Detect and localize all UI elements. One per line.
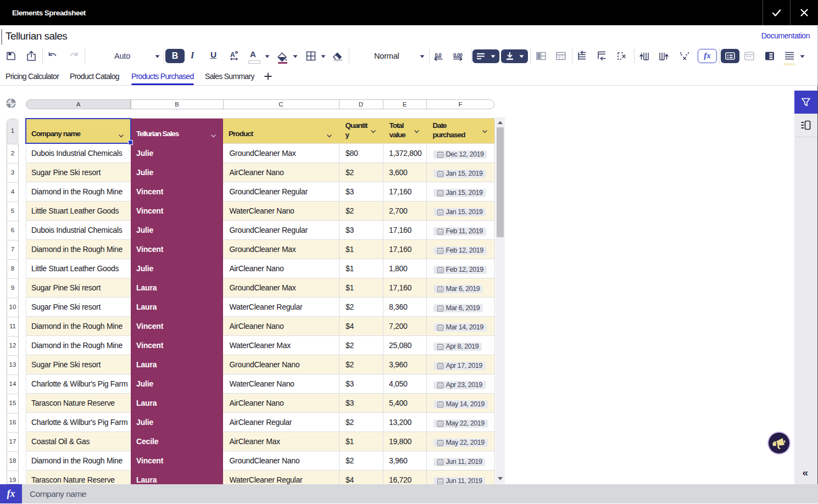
svg-text:0.0: 0.0	[435, 52, 442, 58]
svg-text:0.00: 0.00	[453, 52, 463, 58]
svg-text:A: A	[230, 51, 235, 59]
